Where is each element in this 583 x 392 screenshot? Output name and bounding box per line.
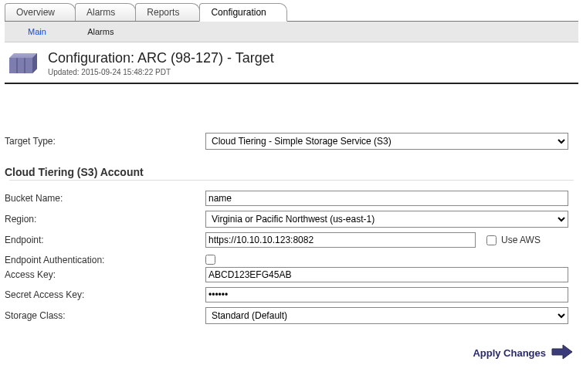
subtab-alarms[interactable]: Alarms (87, 27, 114, 36)
storage-class-label: Storage Class: (5, 310, 205, 321)
endpoint-input[interactable] (205, 232, 476, 248)
secret-key-label: Secret Access Key: (5, 289, 205, 300)
subtabs: Main Alarms (5, 22, 578, 42)
bucket-input[interactable] (205, 191, 568, 206)
use-aws-label: Use AWS (501, 235, 541, 245)
access-key-label: Access Key: (5, 269, 205, 280)
tab-reports[interactable]: Reports (135, 3, 200, 21)
target-type-label: Target Type: (5, 136, 205, 147)
use-aws-checkbox[interactable] (486, 235, 497, 245)
storage-class-select[interactable]: Standard (Default) (205, 307, 568, 324)
subtab-main[interactable]: Main (28, 27, 46, 36)
node-icon (5, 52, 40, 75)
page-title: Configuration: ARC (98-127) - Target (48, 50, 274, 66)
tab-alarms[interactable]: Alarms (75, 3, 136, 21)
endpoint-auth-checkbox[interactable] (205, 255, 215, 265)
access-key-input[interactable] (205, 267, 568, 282)
page-updated: Updated: 2015-09-24 15:48:22 PDT (48, 68, 274, 76)
apply-changes-button[interactable]: Apply Changes (473, 343, 574, 363)
bucket-label: Bucket Name: (5, 193, 205, 204)
tab-configuration[interactable]: Configuration (199, 3, 286, 22)
divider (9, 180, 574, 181)
target-type-select[interactable]: Cloud Tiering - Simple Storage Service (… (205, 133, 568, 150)
endpoint-auth-label: Endpoint Authentication: (5, 255, 205, 265)
apply-changes-label: Apply Changes (473, 347, 546, 359)
region-label: Region: (5, 214, 205, 225)
region-select[interactable]: Virginia or Pacific Northwest (us-east-1… (205, 211, 568, 228)
page-header: Configuration: ARC (98-127) - Target Upd… (5, 47, 578, 83)
section-title: Cloud Tiering (S3) Account (5, 166, 578, 178)
primary-tabs: Overview Alarms Reports Configuration (5, 0, 578, 22)
endpoint-label: Endpoint: (5, 235, 205, 245)
secret-key-input[interactable] (205, 287, 568, 302)
tab-overview[interactable]: Overview (5, 3, 76, 21)
arrow-right-icon (551, 343, 574, 363)
